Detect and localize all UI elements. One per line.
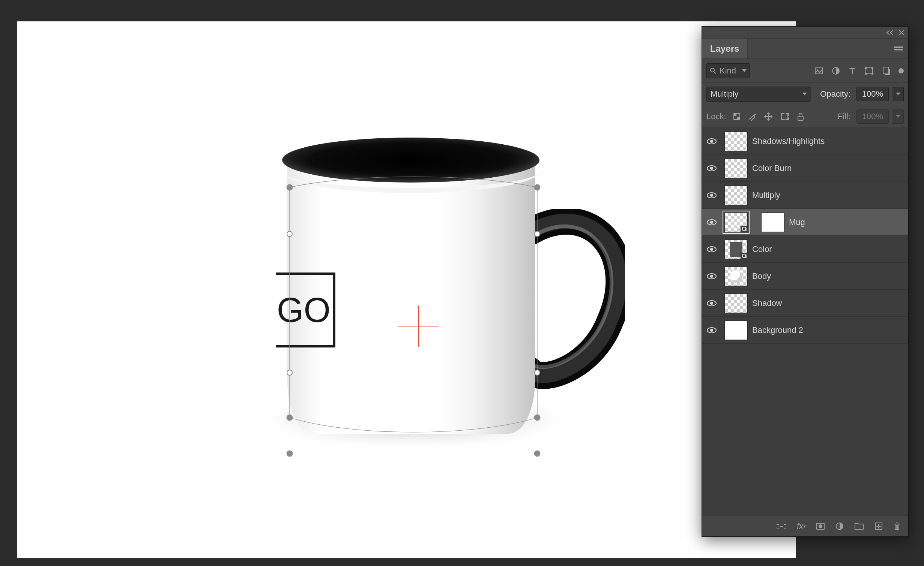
layer-mask-thumbnail[interactable] (761, 213, 784, 232)
svg-point-26 (710, 140, 713, 143)
link-layers-icon[interactable] (777, 523, 786, 530)
visibility-toggle[interactable] (703, 182, 720, 208)
chevron-down-icon (896, 115, 900, 118)
layer-name[interactable]: Mug (789, 217, 904, 227)
layer-name[interactable]: Color (752, 244, 904, 254)
svg-point-30 (710, 194, 713, 197)
layer-row[interactable]: Shadows/Highlights (702, 128, 908, 155)
layer-filter-select[interactable]: Kind (706, 63, 750, 78)
lock-position-icon[interactable] (764, 112, 773, 121)
layer-fx-icon[interactable]: fx▾ (797, 521, 805, 531)
layer-name[interactable]: Multiply (752, 190, 904, 200)
layer-filter-row: Kind (702, 59, 908, 83)
visibility-toggle[interactable] (703, 209, 720, 235)
fill-stepper[interactable] (892, 109, 904, 124)
blend-mode-value: Multiply (711, 89, 739, 99)
placeholder-logo: OGO (276, 273, 335, 347)
filter-kind-label: Kind (720, 66, 739, 76)
close-icon[interactable] (898, 30, 904, 36)
layer-thumbnail[interactable] (724, 132, 748, 151)
filter-type-icon[interactable] (848, 67, 856, 75)
fill-value: 100% (862, 112, 883, 121)
blend-mode-select[interactable]: Multiply (706, 87, 811, 102)
lock-all-icon[interactable] (797, 112, 804, 121)
filter-toggle-icon[interactable] (898, 68, 904, 73)
layer-thumbnail[interactable] (724, 320, 748, 340)
mug-mockup: OGO (276, 138, 633, 464)
lock-pixels-icon[interactable] (748, 112, 756, 121)
layer-row[interactable]: Background 2 (702, 317, 908, 344)
svg-rect-20 (734, 114, 736, 116)
visibility-toggle[interactable] (703, 317, 720, 343)
svg-rect-16 (871, 67, 873, 69)
lock-label: Lock: (706, 112, 726, 121)
search-icon (710, 67, 717, 74)
filter-pixel-icon[interactable] (814, 67, 823, 75)
smart-object-badge (741, 253, 748, 259)
svg-point-40 (710, 302, 713, 305)
mug-bottom-highlight (289, 436, 533, 463)
delete-layer-icon[interactable] (893, 522, 901, 531)
visibility-toggle[interactable] (703, 290, 720, 316)
svg-rect-19 (883, 67, 888, 74)
tab-label: Layers (710, 43, 739, 54)
svg-rect-18 (871, 73, 873, 75)
visibility-toggle[interactable] (703, 263, 720, 289)
blend-mode-row: Multiply Opacity: 100% (702, 83, 908, 105)
layer-row[interactable]: Color Burn (702, 155, 908, 182)
svg-rect-17 (865, 73, 867, 75)
new-layer-icon[interactable] (874, 522, 883, 530)
new-adjustment-icon[interactable] (835, 522, 844, 530)
layer-name[interactable]: Color Burn (752, 163, 904, 173)
layer-thumbnail[interactable] (724, 267, 748, 286)
layer-row[interactable]: Color (702, 236, 908, 263)
mug-handle (524, 209, 625, 392)
opacity-input[interactable]: 100% (856, 87, 889, 101)
layer-row[interactable]: Multiply (702, 182, 908, 209)
layer-name[interactable]: Shadow (752, 298, 904, 308)
document-canvas[interactable]: OGO (17, 21, 796, 558)
layer-thumbnail[interactable] (724, 213, 748, 232)
layer-thumbnail[interactable] (724, 293, 748, 313)
filter-smartobject-icon[interactable] (882, 66, 890, 75)
layer-thumbnail[interactable] (724, 159, 748, 178)
opacity-label: Opacity: (820, 89, 850, 99)
svg-rect-23 (782, 114, 788, 119)
panel-footer: fx▾ (702, 515, 908, 536)
visibility-toggle[interactable] (703, 128, 720, 154)
svg-point-35 (710, 248, 713, 251)
svg-point-28 (710, 167, 713, 170)
panel-menu-button[interactable] (889, 39, 908, 58)
svg-rect-24 (798, 116, 803, 120)
new-group-icon[interactable] (854, 523, 864, 530)
layer-name[interactable]: Shadows/Highlights (752, 136, 904, 146)
svg-rect-33 (742, 227, 745, 230)
layer-thumbnail[interactable] (724, 186, 748, 205)
lock-artboard-icon[interactable] (780, 112, 789, 121)
visibility-toggle[interactable] (703, 236, 720, 262)
filter-adjustment-icon[interactable] (832, 67, 840, 75)
layer-list[interactable]: Shadows/HighlightsColor BurnMultiplyMugC… (702, 128, 908, 515)
fill-input[interactable]: 100% (856, 109, 889, 124)
layer-name[interactable]: Background 2 (752, 325, 904, 335)
collapse-icon[interactable] (886, 30, 894, 35)
chevron-down-icon (742, 69, 747, 72)
visibility-toggle[interactable] (703, 155, 720, 181)
smart-object-badge (741, 226, 748, 232)
svg-point-42 (710, 329, 713, 332)
opacity-stepper[interactable] (892, 87, 904, 101)
layer-row[interactable]: Body (702, 263, 908, 290)
chevron-down-icon (896, 93, 900, 95)
tab-layers[interactable]: Layers (702, 39, 748, 58)
svg-rect-15 (865, 67, 867, 69)
panel-tabs: Layers (702, 39, 908, 59)
layer-name[interactable]: Body (752, 271, 904, 281)
svg-point-38 (710, 275, 713, 278)
layer-row[interactable]: Mug (702, 209, 908, 236)
lock-transparency-icon[interactable] (733, 113, 741, 120)
hamburger-icon (894, 46, 903, 52)
layer-thumbnail[interactable] (724, 240, 748, 259)
layer-row[interactable]: Shadow (702, 290, 908, 317)
add-mask-icon[interactable] (816, 523, 825, 530)
filter-shape-icon[interactable] (865, 67, 874, 75)
